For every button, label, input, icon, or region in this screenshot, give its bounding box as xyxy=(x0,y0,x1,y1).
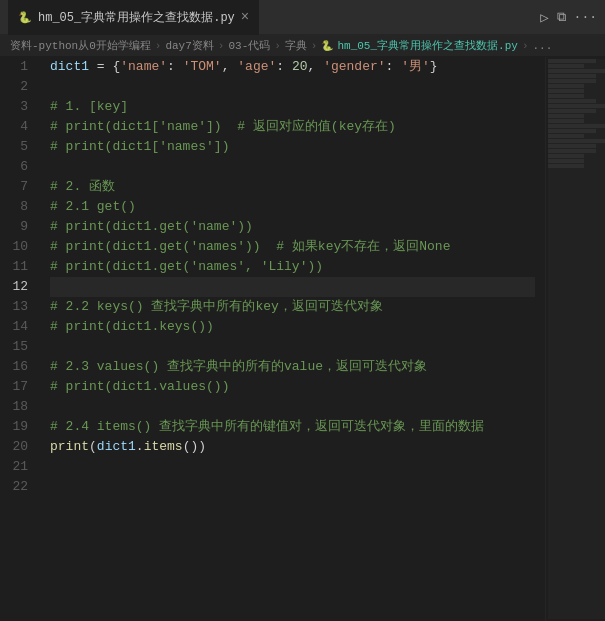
token-comment: # 2.4 items() 查找字典中所有的键值对，返回可迭代对象，里面的数据 xyxy=(50,417,484,437)
title-bar: 🐍 hm_05_字典常用操作之查找数据.py × ▷ ⧉ ··· xyxy=(0,0,605,35)
code-line: # print(dict1.get('names', 'Lily')) xyxy=(50,257,535,277)
code-line: # print(dict1.get('names')) # 如果key不存在，返… xyxy=(50,237,535,257)
line-number: 2 xyxy=(8,77,28,97)
code-line xyxy=(50,457,535,477)
code-line: # 2.2 keys() 查找字典中所有的key，返回可迭代对象 xyxy=(50,297,535,317)
breadcrumb-filename: hm_05_字典常用操作之查找数据.py xyxy=(337,38,517,53)
token-comment: # 2.1 get() xyxy=(50,197,136,217)
token-op: = { xyxy=(89,57,120,77)
line-number: 16 xyxy=(8,357,28,377)
token-op: : xyxy=(276,57,292,77)
token-comment: # 2.2 keys() 查找字典中所有的key，返回可迭代对象 xyxy=(50,297,383,317)
token-comment: # print(dict1.get('names')) # 如果key不存在，返… xyxy=(50,237,450,257)
token-var: dict1 xyxy=(97,437,136,457)
token-var: dict1 xyxy=(50,57,89,77)
token-fn: print xyxy=(50,437,89,457)
code-line xyxy=(50,477,535,497)
breadcrumb-sep: › xyxy=(218,40,225,52)
token-op: : xyxy=(386,57,402,77)
line-number: 11 xyxy=(8,257,28,277)
minimap-content xyxy=(548,59,605,619)
code-line: # 2.1 get() xyxy=(50,197,535,217)
title-actions: ▷ ⧉ ··· xyxy=(540,9,597,26)
token-op: , xyxy=(222,57,238,77)
breadcrumb-part: 03-代码 xyxy=(228,38,270,53)
python-file-icon: 🐍 xyxy=(18,11,32,24)
breadcrumb-sep: › xyxy=(311,40,318,52)
line-number: 13 xyxy=(8,297,28,317)
code-line: # 2.3 values() 查找字典中的所有的value，返回可迭代对象 xyxy=(50,357,535,377)
line-number: 8 xyxy=(8,197,28,217)
code-line: dict1 = {'name': 'TOM', 'age': 20, 'gend… xyxy=(50,57,535,77)
code-line: # print(dict1.values()) xyxy=(50,377,535,397)
more-icon[interactable]: ··· xyxy=(574,10,597,25)
breadcrumb-file-icon: 🐍 xyxy=(321,40,333,52)
code-area[interactable]: dict1 = {'name': 'TOM', 'age': 20, 'gend… xyxy=(40,57,545,621)
token-comment: # print(dict1.get('name')) xyxy=(50,217,253,237)
token-op: ( xyxy=(89,437,97,457)
line-number: 18 xyxy=(8,397,28,417)
tab-close-icon[interactable]: × xyxy=(241,9,249,25)
code-line: # print(dict1['names']) xyxy=(50,137,535,157)
breadcrumb-sep: › xyxy=(155,40,162,52)
line-number: 12 xyxy=(8,277,28,297)
token-comment: # print(dict1.keys()) xyxy=(50,317,214,337)
line-number: 22 xyxy=(8,477,28,497)
token-comment: # print(dict1.values()) xyxy=(50,377,229,397)
breadcrumb-sep: › xyxy=(274,40,281,52)
token-str: 'age' xyxy=(237,57,276,77)
code-line: print(dict1.items()) xyxy=(50,437,535,457)
token-comment: # print(dict1.get('names', 'Lily')) xyxy=(50,257,323,277)
token-op: , xyxy=(308,57,324,77)
line-number: 14 xyxy=(8,317,28,337)
line-numbers: 12345678910111213141516171819202122 xyxy=(0,57,40,621)
token-comment: # print(dict1['names']) xyxy=(50,137,229,157)
line-number: 5 xyxy=(8,137,28,157)
minimap xyxy=(545,57,605,621)
breadcrumb: 资料-python从0开始学编程 › day7资料 › 03-代码 › 字典 ›… xyxy=(0,35,605,57)
token-str: '男' xyxy=(401,57,430,77)
line-number: 15 xyxy=(8,337,28,357)
run-icon[interactable]: ▷ xyxy=(540,9,548,26)
code-line xyxy=(50,77,535,97)
line-number: 6 xyxy=(8,157,28,177)
breadcrumb-part: day7资料 xyxy=(165,38,213,53)
code-line xyxy=(50,397,535,417)
token-comment: # print(dict1['name']) # 返回对应的值(key存在) xyxy=(50,117,396,137)
token-op: . xyxy=(136,437,144,457)
line-number: 7 xyxy=(8,177,28,197)
code-line: # print(dict1['name']) # 返回对应的值(key存在) xyxy=(50,117,535,137)
line-number: 21 xyxy=(8,457,28,477)
code-line: # 2.4 items() 查找字典中所有的键值对，返回可迭代对象，里面的数据 xyxy=(50,417,535,437)
breadcrumb-sep: › xyxy=(522,40,529,52)
line-number: 20 xyxy=(8,437,28,457)
token-op: ()) xyxy=(183,437,206,457)
breadcrumb-part: 字典 xyxy=(285,38,307,53)
active-tab[interactable]: 🐍 hm_05_字典常用操作之查找数据.py × xyxy=(8,0,259,35)
breadcrumb-part: ... xyxy=(533,40,553,52)
tab-label: hm_05_字典常用操作之查找数据.py xyxy=(38,9,235,26)
code-line xyxy=(50,277,535,297)
split-icon[interactable]: ⧉ xyxy=(557,10,566,25)
token-num: 20 xyxy=(292,57,308,77)
token-op: : xyxy=(167,57,183,77)
line-number: 9 xyxy=(8,217,28,237)
token-comment: # 1. [key] xyxy=(50,97,128,117)
line-number: 3 xyxy=(8,97,28,117)
token-op: } xyxy=(430,57,438,77)
editor-area: 12345678910111213141516171819202122 dict… xyxy=(0,57,605,621)
line-number: 4 xyxy=(8,117,28,137)
token-str: 'TOM' xyxy=(183,57,222,77)
code-line: # print(dict1.keys()) xyxy=(50,317,535,337)
breadcrumb-part: 资料-python从0开始学编程 xyxy=(10,38,151,53)
line-number: 17 xyxy=(8,377,28,397)
token-str: 'gender' xyxy=(323,57,385,77)
line-number: 19 xyxy=(8,417,28,437)
code-line: # print(dict1.get('name')) xyxy=(50,217,535,237)
line-number: 1 xyxy=(8,57,28,77)
token-method: items xyxy=(144,437,183,457)
token-str: 'name' xyxy=(120,57,167,77)
code-line: # 1. [key] xyxy=(50,97,535,117)
code-line xyxy=(50,157,535,177)
token-comment: # 2.3 values() 查找字典中的所有的value，返回可迭代对象 xyxy=(50,357,427,377)
